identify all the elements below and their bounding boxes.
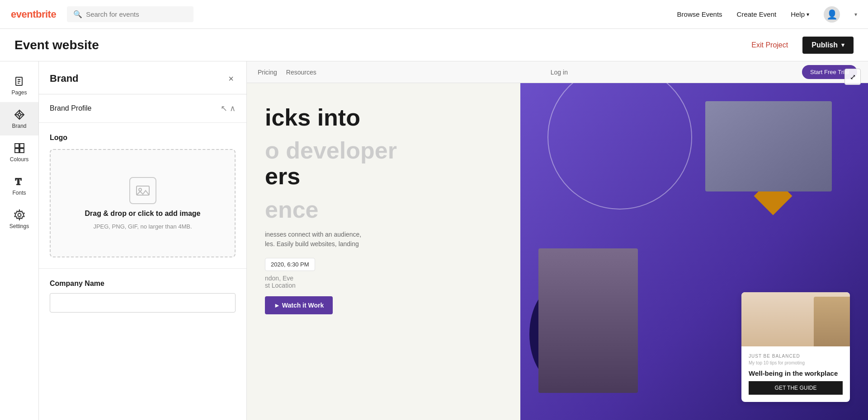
fonts-label: Fonts [12, 190, 26, 196]
svg-text:T: T [15, 177, 22, 187]
svg-point-14 [18, 214, 21, 217]
brand-profile-cursor-icon: ↖ ∧ [221, 103, 236, 113]
sidebar-item-settings[interactable]: Settings [0, 202, 38, 236]
publish-button[interactable]: Publish ▾ [802, 37, 854, 54]
preview-expand-button[interactable]: ⤢ [844, 69, 861, 85]
account-chevron-icon: ▾ [854, 11, 857, 18]
search-icon: 🔍 [73, 10, 82, 19]
brand-panel-close-button[interactable]: × [226, 72, 236, 85]
pages-icon [13, 75, 26, 88]
mock-hero-text-3: ers [265, 163, 502, 189]
mock-person-card [705, 101, 832, 191]
settings-label: Settings [9, 223, 29, 229]
brand-profile-row[interactable]: Brand Profile ↖ ∧ [39, 94, 246, 123]
sidebar-item-brand[interactable]: Brand [0, 102, 38, 135]
pages-label: Pages [11, 89, 27, 96]
nav-right: Browse Events Create Event Help ▾ 👤 ▾ [677, 6, 857, 23]
mock-hero-text-1: icks into [265, 105, 502, 131]
brand-profile-label: Brand Profile [50, 104, 92, 112]
colours-icon [13, 142, 26, 154]
logo-text: eventbrite [11, 9, 56, 20]
mock-nav-login: Log in [551, 69, 568, 76]
brand-label: Brand [12, 123, 26, 129]
mock-browser: Pricing Resources Log in Start Free Tria… [247, 61, 868, 420]
svg-rect-12 [20, 149, 24, 153]
mock-watch-btn: ► Watch it Work [265, 296, 333, 314]
logo[interactable]: eventbrite [11, 9, 56, 20]
mock-blog-promo: My top 10 tips for promoting [749, 360, 843, 365]
svg-rect-9 [15, 144, 19, 148]
svg-point-4 [18, 113, 21, 116]
brand-panel: Brand × Brand Profile ↖ ∧ Logo Dra [39, 61, 247, 420]
fonts-icon: T [13, 175, 26, 188]
expand-icon: ⤢ [850, 73, 856, 81]
preview-area: ⤢ Pricing Resources Log in Start Free Tr… [247, 61, 868, 420]
upload-main-text: Drag & drop or click to add image [85, 210, 200, 218]
mock-blog-card: JUST BE BALANCED My top 10 tips for prom… [741, 292, 850, 402]
mock-blog-title: Well-being in the workplace [749, 369, 843, 378]
preview-content: Pricing Resources Log in Start Free Tria… [247, 61, 868, 420]
main-layout: Pages Brand [0, 61, 868, 420]
company-name-label: Company Name [50, 280, 236, 288]
mock-hero-text-2: o developer [265, 138, 502, 163]
brand-icon [13, 108, 26, 121]
page-header: Event website Exit Project Publish ▾ [0, 29, 868, 61]
svg-rect-10 [20, 144, 24, 148]
mock-blog-cta: GET THE GUIDE [749, 381, 843, 395]
mock-desc: inesses connect with an audience, les. E… [265, 230, 410, 249]
search-bar[interactable]: 🔍 [67, 6, 193, 22]
sidebar-item-colours[interactable]: Colours [0, 135, 38, 169]
mock-blog-tag: JUST BE BALANCED [749, 354, 843, 359]
brand-panel-header: Brand × [39, 61, 246, 94]
company-name-input[interactable] [50, 293, 236, 313]
svg-rect-11 [15, 149, 19, 153]
upload-hint-text: JPEG, PNG, GIF, no larger than 4MB. [93, 223, 192, 230]
deco-circle-1 [547, 83, 692, 210]
mock-hero-text-4: ence [265, 197, 502, 223]
mock-nav-item-resources: Resources [286, 69, 316, 76]
mock-nav-bar: Pricing Resources Log in Start Free Tria… [247, 61, 868, 83]
mock-person2 [538, 248, 638, 393]
top-navigation: eventbrite 🔍 Browse Events Create Event … [0, 0, 868, 29]
mock-hero: icks into o developer ers ence inesses c [247, 83, 868, 420]
create-event-link[interactable]: Create Event [737, 10, 777, 18]
logo-section: Logo Drag & drop or click to add image J… [39, 123, 246, 269]
svg-point-16 [139, 188, 142, 191]
upload-image-icon [129, 177, 156, 204]
sidebar-item-fonts[interactable]: T Fonts [0, 169, 38, 202]
search-input[interactable] [86, 10, 187, 18]
header-actions: Exit Project Publish ▾ [744, 37, 854, 54]
mock-hero-left: icks into o developer ers ence inesses c [247, 83, 520, 420]
help-chevron-icon: ▾ [807, 11, 809, 18]
mock-location: ndon, Eve st Location [265, 275, 502, 289]
mock-blog-img-person [814, 297, 850, 346]
colours-label: Colours [10, 156, 28, 163]
publish-chevron-icon: ▾ [841, 42, 844, 48]
logo-upload-area[interactable]: Drag & drop or click to add image JPEG, … [50, 149, 236, 257]
help-link[interactable]: Help ▾ [791, 10, 809, 18]
account-icon: 👤 [826, 9, 838, 20]
mock-blog-inner: JUST BE BALANCED My top 10 tips for prom… [741, 346, 850, 402]
company-name-section: Company Name [39, 269, 246, 323]
page-title: Event website [14, 38, 744, 52]
logo-section-title: Logo [50, 134, 236, 142]
mock-date-badge: 2020, 6:30 PM [265, 258, 315, 271]
mock-blog-img [741, 292, 850, 346]
browse-events-link[interactable]: Browse Events [677, 10, 722, 18]
settings-icon [13, 209, 26, 221]
exit-project-button[interactable]: Exit Project [744, 37, 795, 53]
mock-hero-right: JUST BE BALANCED My top 10 tips for prom… [520, 83, 868, 420]
sidebar-item-pages[interactable]: Pages [0, 69, 38, 102]
sidebar: Pages Brand [0, 61, 39, 420]
mock-nav-item-pricing: Pricing [258, 69, 277, 76]
brand-panel-title: Brand [50, 73, 79, 84]
account-avatar[interactable]: 👤 [824, 6, 840, 23]
